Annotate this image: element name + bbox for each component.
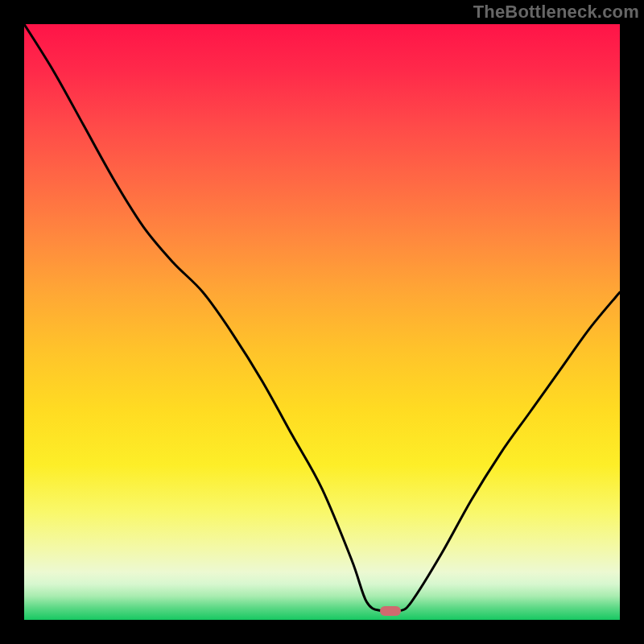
chart-frame: TheBottleneck.com (0, 0, 644, 644)
bottleneck-curve (24, 24, 620, 620)
watermark-text: TheBottleneck.com (473, 2, 639, 23)
plot-area (24, 24, 620, 620)
optimal-marker (380, 606, 401, 616)
